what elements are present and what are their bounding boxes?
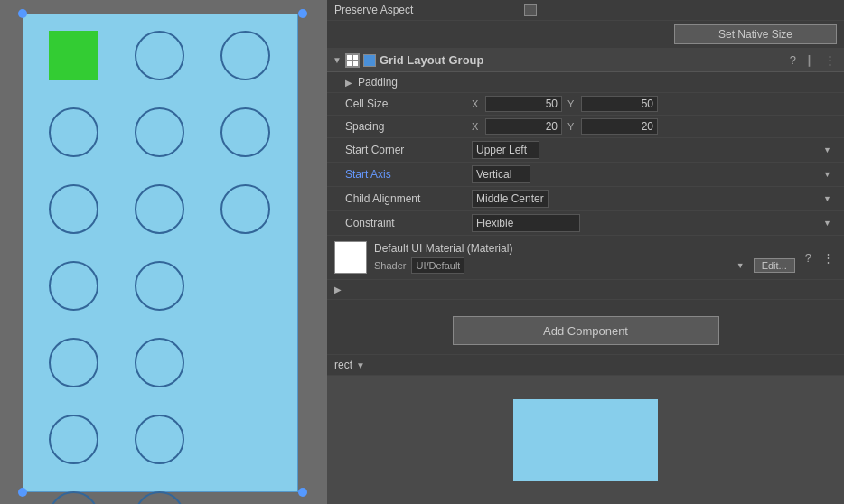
material-icons: ? ⋮ — [802, 250, 837, 266]
grid-container — [23, 14, 298, 492]
grid-item — [127, 335, 191, 389]
svg-rect-1 — [353, 55, 358, 60]
add-component-button[interactable]: Add Component — [453, 316, 719, 345]
grid-item — [42, 258, 105, 313]
shader-select[interactable]: UI/Default — [411, 257, 464, 274]
canvas-panel — [0, 0, 327, 504]
corner-dot-tr — [298, 9, 307, 18]
canvas-content — [0, 0, 327, 504]
spacing-row: Spacing X Y — [327, 116, 844, 138]
child-alignment-select[interactable]: Upper Left Upper Center Upper Right Midd… — [472, 190, 549, 208]
grid-item — [42, 412, 105, 466]
spacing-x-input[interactable] — [485, 118, 562, 135]
rect-section: rect ▼ — [327, 355, 844, 376]
grid-layout-enabled-checkbox[interactable] — [363, 54, 376, 67]
grid-circle — [49, 261, 98, 311]
padding-toggle-icon: ▶ — [345, 78, 352, 88]
grid-circle — [49, 491, 98, 505]
corner-dot-tl — [18, 9, 27, 18]
start-axis-arrow-icon: ▼ — [823, 170, 831, 179]
grid-layout-toggle-icon[interactable]: ▼ — [333, 55, 342, 65]
start-corner-select[interactable]: Upper Left Upper Right Lower Left Lower … — [472, 141, 539, 159]
grid-item — [127, 28, 191, 82]
svg-rect-3 — [353, 61, 358, 66]
grid-item — [127, 489, 191, 504]
constraint-select[interactable]: Flexible Fixed Column Count Fixed Row Co… — [472, 214, 580, 232]
spacing-x-field: X — [472, 118, 562, 135]
cell-size-y-input[interactable] — [581, 96, 658, 112]
start-axis-label: Start Axis — [345, 168, 472, 181]
svg-rect-2 — [347, 61, 352, 66]
start-corner-arrow-icon: ▼ — [823, 145, 831, 154]
grid-circle — [135, 261, 184, 311]
grid-circle — [220, 31, 270, 80]
grid-item — [213, 489, 277, 504]
grid-item — [213, 412, 277, 466]
spacing-y-label: Y — [567, 121, 578, 132]
add-component-section: Add Component — [327, 307, 844, 355]
spacing-y-field: Y — [567, 118, 658, 135]
child-alignment-wrapper: Upper Left Upper Center Upper Right Midd… — [472, 190, 837, 208]
material-info: Default UI Material (Material) Shader UI… — [374, 242, 795, 274]
svg-rect-0 — [347, 55, 352, 60]
grid-circle — [49, 338, 98, 387]
shader-label: Shader — [374, 260, 406, 271]
spacing-y-input[interactable] — [581, 118, 658, 135]
cell-size-inputs: X Y — [472, 96, 837, 112]
grid-layout-group-header: ▼ Grid Layout Group ? ∥ ⋮ — [327, 49, 844, 72]
grid-circle — [135, 184, 184, 234]
grid-circle — [135, 31, 184, 80]
cell-size-y-label: Y — [567, 98, 578, 109]
material-name: Default UI Material (Material) — [374, 242, 512, 255]
grid-item — [42, 335, 105, 389]
grid-circle — [49, 184, 98, 234]
start-corner-row: Start Corner Upper Left Upper Right Lowe… — [327, 138, 844, 163]
material-menu-icon[interactable]: ⋮ — [820, 250, 837, 266]
edit-button[interactable]: Edit... — [754, 258, 795, 273]
preserve-aspect-row: Preserve Aspect — [327, 0, 844, 21]
shader-arrow-icon: ▼ — [736, 261, 745, 270]
material-section: Default UI Material (Material) Shader UI… — [327, 236, 844, 280]
grid-item — [213, 258, 277, 313]
grid-item — [42, 489, 105, 504]
material-toggle-icon[interactable]: ▶ — [334, 285, 342, 294]
grid-item — [42, 28, 105, 82]
grid-circle — [135, 338, 184, 387]
cell-size-label: Cell Size — [345, 98, 472, 110]
section-icons: ? ∥ ⋮ — [787, 52, 839, 68]
corner-dot-br — [298, 488, 307, 497]
material-help-icon[interactable]: ? — [802, 250, 814, 266]
rect-label: rect — [334, 359, 352, 371]
preserve-aspect-checkbox[interactable] — [524, 4, 537, 16]
grid-item — [213, 105, 277, 159]
preserve-aspect-label: Preserve Aspect — [334, 4, 524, 16]
grid-item — [213, 182, 277, 236]
preset-icon[interactable]: ∥ — [804, 52, 816, 68]
set-native-size-button[interactable]: Set Native Size — [674, 24, 837, 44]
grid-item — [213, 335, 277, 389]
help-icon[interactable]: ? — [787, 52, 799, 68]
cell-size-x-field: X — [472, 96, 562, 112]
grid-item — [127, 258, 191, 313]
rect-arrow-icon[interactable]: ▼ — [356, 360, 365, 370]
spacing-x-label: X — [472, 121, 483, 132]
menu-icon[interactable]: ⋮ — [821, 52, 839, 68]
inspector-panel: Preserve Aspect Set Native Size ▼ Grid L… — [327, 0, 844, 504]
grid-circle — [135, 107, 184, 157]
child-alignment-label: Child Alignment — [345, 192, 472, 205]
material-sub: Shader UI/Default ▼ Edit... — [374, 257, 795, 274]
grid-circle — [135, 415, 184, 464]
grid-square — [49, 31, 98, 80]
cell-size-x-input[interactable] — [485, 96, 562, 112]
constraint-row: Constraint Flexible Fixed Column Count F… — [327, 211, 844, 236]
grid-items — [23, 14, 297, 504]
material-toggle-row: ▶ — [327, 280, 844, 300]
shader-dropdown-wrapper: UI/Default ▼ — [411, 257, 747, 274]
grid-item — [42, 105, 105, 159]
constraint-wrapper: Flexible Fixed Column Count Fixed Row Co… — [472, 214, 837, 232]
grid-circle — [135, 491, 184, 505]
child-alignment-arrow-icon: ▼ — [823, 194, 831, 203]
padding-header[interactable]: ▶ Padding — [327, 72, 844, 93]
start-axis-select[interactable]: Horizontal Vertical — [472, 165, 530, 183]
grid-item — [127, 105, 191, 159]
